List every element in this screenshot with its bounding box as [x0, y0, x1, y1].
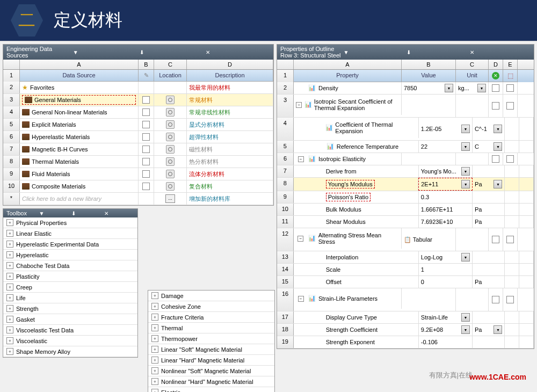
property-row[interactable]: 7 Derive from Young's Mo...▼: [277, 165, 534, 178]
collapse-icon[interactable]: −: [296, 102, 302, 108]
property-row[interactable]: 10 Bulk Modulus 1.6667E+11 Pa: [277, 204, 534, 216]
header-parameterize[interactable]: ⬚: [503, 70, 518, 82]
panel-header[interactable]: Toolbox ▼ ⬇ ✕: [3, 209, 137, 217]
dropdown-icon[interactable]: ▼: [461, 125, 470, 133]
col-letter[interactable]: E: [503, 60, 518, 69]
location-icon[interactable]: [166, 120, 175, 129]
col-letter[interactable]: C: [154, 60, 187, 69]
col-letter[interactable]: B: [139, 60, 154, 69]
expand-icon[interactable]: +: [6, 348, 13, 355]
expand-icon[interactable]: +: [151, 357, 158, 364]
toolbox-category[interactable]: +Gasket: [3, 314, 137, 325]
toolbox-category[interactable]: +Nonlinear "Hard" Magnetic Material: [148, 376, 274, 387]
dropdown-icon[interactable]: ▼: [73, 49, 137, 55]
browse-button[interactable]: ...: [165, 194, 175, 203]
property-row[interactable]: 4 📊Coefficient of Thermal Expansion 1.2E…: [277, 118, 534, 141]
header-data-source[interactable]: Data Source: [20, 70, 139, 82]
unit-cell[interactable]: C▼: [473, 141, 505, 153]
header-edit[interactable]: ✎: [139, 70, 154, 82]
edit-checkbox[interactable]: [142, 170, 150, 178]
value-cell[interactable]: 9.2E+08▼: [419, 324, 473, 336]
data-source-row[interactable]: 8 Thermal Materials 热分析材料: [3, 156, 273, 168]
pin-icon[interactable]: ⬇: [140, 49, 204, 55]
expand-icon[interactable]: +: [6, 337, 13, 344]
property-row[interactable]: 16 −📊Strain-Life Parameters: [277, 288, 534, 311]
header-description[interactable]: Description: [187, 70, 273, 82]
property-row[interactable]: 5 📊Reference Temperature 22▼ C▼: [277, 141, 534, 153]
edit-checkbox[interactable]: [142, 158, 150, 165]
expand-icon[interactable]: +: [6, 316, 13, 323]
property-row[interactable]: 2 📊Density 7850▼ kg...▼: [277, 82, 534, 95]
toolbox-category[interactable]: +Viscoelastic: [3, 336, 137, 346]
edit-checkbox[interactable]: [142, 183, 150, 190]
property-row[interactable]: 6 −📊Isotropic Elasticity: [277, 153, 534, 165]
value-cell[interactable]: 📋 Tabular: [402, 228, 456, 251]
dropdown-icon[interactable]: ▼: [477, 84, 486, 92]
toolbox-category[interactable]: +Creep: [3, 282, 137, 293]
toolbox-category[interactable]: +Shape Memory Alloy: [3, 346, 137, 357]
property-row[interactable]: 11 Shear Modulus 7.6923E+10 Pa: [277, 216, 534, 228]
data-source-row[interactable]: * Click here to add a new library ... 增加…: [3, 193, 273, 205]
unit-cell[interactable]: Pa▼: [473, 178, 505, 191]
dropdown-icon[interactable]: ▼: [461, 142, 470, 151]
value-cell[interactable]: 7850▼: [402, 82, 456, 94]
expand-icon[interactable]: +: [151, 346, 158, 353]
data-source-row[interactable]: 5 Explicit Materials 显式分析材料: [3, 119, 273, 131]
property-row[interactable]: 12 −📊Alternating Stress Mean Stress 📋 Ta…: [277, 228, 534, 251]
edit-checkbox[interactable]: [142, 108, 150, 116]
toolbox-category[interactable]: +Strength: [3, 303, 137, 314]
value-cell[interactable]: -0.106: [419, 336, 473, 348]
toolbox-category[interactable]: +Life: [3, 293, 137, 303]
close-icon[interactable]: ✕: [206, 49, 270, 55]
data-source-row[interactable]: 10 Composite Materials 复合材料: [3, 180, 273, 193]
expand-icon[interactable]: +: [6, 219, 13, 226]
unit-cell[interactable]: [456, 288, 489, 311]
expand-icon[interactable]: +: [6, 284, 13, 291]
suppress-checkbox[interactable]: [492, 155, 499, 163]
close-icon[interactable]: ✕: [104, 210, 135, 216]
toolbox-category[interactable]: +Hyperelastic: [3, 250, 137, 260]
toolbox-category[interactable]: +Electric: [148, 387, 274, 392]
suppress-checkbox[interactable]: [492, 84, 499, 92]
pin-icon[interactable]: ⬇: [71, 210, 102, 216]
unit-cell[interactable]: kg...▼: [456, 82, 489, 94]
toolbox-category[interactable]: +Physical Properties: [3, 217, 137, 228]
dropdown-icon[interactable]: ▼: [39, 210, 70, 216]
edit-checkbox[interactable]: [142, 96, 150, 104]
value-cell[interactable]: 0: [419, 276, 473, 288]
toolbox-category[interactable]: +Nonlinear "Soft" Magnetic Material: [148, 366, 274, 376]
expand-icon[interactable]: +: [151, 378, 158, 385]
toolbox-category[interactable]: +Plasticity: [3, 271, 137, 282]
header-value[interactable]: Value: [402, 70, 456, 82]
toolbox-category[interactable]: +Chaboche Test Data: [3, 260, 137, 271]
expand-icon[interactable]: +: [6, 262, 13, 269]
dropdown-icon[interactable]: ▼: [461, 325, 470, 334]
expand-icon[interactable]: +: [6, 326, 13, 333]
param-checkbox[interactable]: [506, 155, 514, 163]
expand-icon[interactable]: +: [6, 251, 13, 258]
close-icon[interactable]: ✕: [470, 49, 531, 55]
data-source-row[interactable]: 6 Hyperelastic Materials 超弹性材料: [3, 131, 273, 143]
dropdown-icon[interactable]: ▼: [494, 325, 502, 334]
expand-icon[interactable]: +: [6, 305, 13, 312]
unit-cell[interactable]: [456, 153, 489, 165]
data-source-row[interactable]: 4 General Non-linear Materials 常规非线性材料: [3, 106, 273, 119]
unit-cell[interactable]: Pa: [473, 204, 505, 215]
header-unit[interactable]: Unit: [456, 70, 489, 82]
unit-cell[interactable]: [456, 228, 489, 251]
property-row[interactable]: 17 Display Curve Type Strain-Life▼: [277, 311, 534, 324]
toolbox-category[interactable]: +Linear "Hard" Magnetic Material: [148, 355, 274, 366]
expand-icon[interactable]: +: [151, 314, 158, 321]
property-row[interactable]: 9 Poisson's Ratio 0.3: [277, 191, 534, 204]
location-icon[interactable]: [166, 96, 175, 104]
expand-icon[interactable]: +: [151, 367, 158, 374]
collapse-icon[interactable]: −: [297, 236, 303, 242]
unit-cell[interactable]: C^-1▼: [473, 118, 505, 140]
param-checkbox[interactable]: [506, 102, 514, 110]
value-cell[interactable]: Log-Log▼: [419, 251, 473, 263]
dropdown-icon[interactable]: ▼: [461, 180, 470, 188]
unit-cell[interactable]: [473, 311, 505, 323]
value-cell[interactable]: Young's Mo...▼: [419, 165, 473, 177]
location-icon[interactable]: [166, 108, 175, 117]
location-icon[interactable]: [166, 145, 175, 154]
